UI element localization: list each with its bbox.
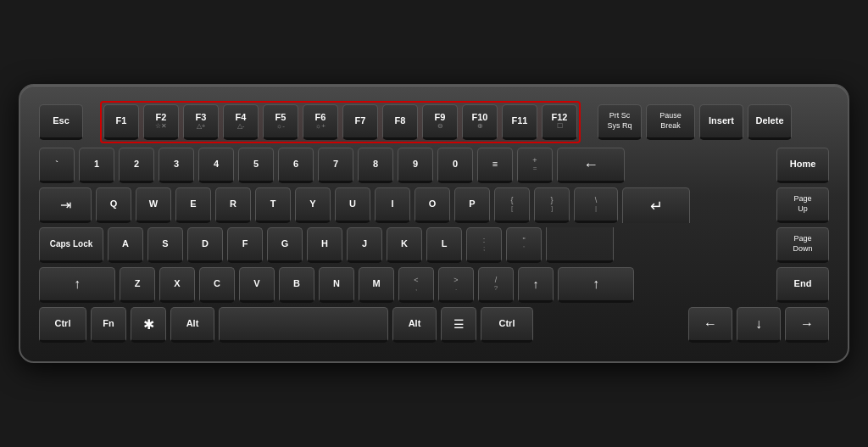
key-right-ctrl[interactable]: Ctrl <box>481 307 533 343</box>
key-prtsc[interactable]: Prt ScSys Rq <box>598 104 642 140</box>
key-z[interactable]: Z <box>120 267 155 303</box>
key-l[interactable]: L <box>426 227 462 263</box>
key-r[interactable]: R <box>215 187 251 223</box>
key-i[interactable]: I <box>375 187 410 223</box>
row-numbers: ` 1 2 3 4 5 6 7 8 9 0 ≡ += ← Home <box>39 148 829 183</box>
key-backspace[interactable]: ← <box>557 148 625 183</box>
key-n[interactable]: N <box>319 267 354 303</box>
key-rshift-small[interactable]: ↑ <box>518 267 554 303</box>
key-f8[interactable]: F8 <box>382 104 418 140</box>
key-j[interactable]: J <box>347 227 382 263</box>
key-t[interactable]: T <box>255 187 291 223</box>
key-f1[interactable]: F1 <box>103 104 139 140</box>
key-fn[interactable]: Fn <box>91 307 126 343</box>
key-f5[interactable]: F5☼- <box>263 104 298 140</box>
key-4[interactable]: 4 <box>198 148 234 183</box>
key-slash[interactable]: /? <box>478 267 514 303</box>
key-f7[interactable]: F7 <box>342 104 378 140</box>
key-8[interactable]: 8 <box>358 148 393 183</box>
key-d[interactable]: D <box>187 227 223 263</box>
key-f10[interactable]: F10⊕ <box>462 104 498 140</box>
fkey-group: F1 F2☆✕ F3△+ F4△- F5☼- F6☼+ F7 F8 F9⊖ F1… <box>100 101 581 143</box>
key-9[interactable]: 9 <box>398 148 433 183</box>
key-v[interactable]: V <box>239 267 275 303</box>
key-delete[interactable]: Delete <box>748 104 792 140</box>
row-bottom: Ctrl Fn ✱ Alt Alt ☰ Ctrl ← ↓ → <box>39 307 829 343</box>
key-5[interactable]: 5 <box>238 148 274 183</box>
key-c[interactable]: C <box>199 267 235 303</box>
key-b[interactable]: B <box>279 267 314 303</box>
keyboard: Esc F1 F2☆✕ F3△+ F4△- F5☼- F6☼+ F7 F8 F9… <box>19 84 849 363</box>
key-home[interactable]: Home <box>776 148 829 183</box>
key-h[interactable]: H <box>307 227 342 263</box>
key-pagedown[interactable]: PageDown <box>776 227 829 263</box>
key-e[interactable]: E <box>175 187 211 223</box>
key-right-arrow[interactable]: → <box>785 307 829 343</box>
key-u[interactable]: U <box>335 187 370 223</box>
key-comma[interactable]: <, <box>398 267 434 303</box>
key-insert[interactable]: Insert <box>699 104 743 140</box>
key-equals[interactable]: += <box>517 148 553 183</box>
key-p[interactable]: P <box>454 187 490 223</box>
key-7[interactable]: 7 <box>318 148 353 183</box>
row-function: Esc F1 F2☆✕ F3△+ F4△- F5☼- F6☼+ F7 F8 F9… <box>39 101 829 143</box>
key-esc[interactable]: Esc <box>39 104 83 140</box>
key-period[interactable]: >. <box>438 267 474 303</box>
key-k[interactable]: K <box>387 227 422 263</box>
key-2[interactable]: 2 <box>119 148 154 183</box>
key-windows[interactable]: ✱ <box>131 307 166 343</box>
key-rows: Esc F1 F2☆✕ F3△+ F4△- F5☼- F6☼+ F7 F8 F9… <box>39 101 829 343</box>
key-left-ctrl[interactable]: Ctrl <box>39 307 86 343</box>
key-o[interactable]: O <box>415 187 450 223</box>
key-left-alt[interactable]: Alt <box>170 307 214 343</box>
key-f2[interactable]: F2☆✕ <box>143 104 179 140</box>
key-bracket-l[interactable]: {[ <box>494 187 530 223</box>
key-pause[interactable]: PauseBreak <box>646 104 695 140</box>
key-y[interactable]: Y <box>295 187 331 223</box>
key-caps-lock[interactable]: Caps Lock <box>39 227 103 263</box>
key-6[interactable]: 6 <box>278 148 314 183</box>
key-space[interactable] <box>219 307 388 343</box>
key-left-arrow[interactable]: ← <box>688 307 732 343</box>
key-f4[interactable]: F4△- <box>223 104 259 140</box>
key-left-shift[interactable]: ↑ <box>39 267 115 303</box>
key-bracket-r[interactable]: }] <box>534 187 570 223</box>
key-a[interactable]: A <box>108 227 143 263</box>
key-x[interactable]: X <box>159 267 195 303</box>
key-enter-bottom[interactable] <box>546 227 614 263</box>
key-1[interactable]: 1 <box>79 148 114 183</box>
key-menu[interactable]: ☰ <box>441 307 476 343</box>
key-s[interactable]: S <box>147 227 183 263</box>
key-f[interactable]: F <box>227 227 263 263</box>
key-semicolon[interactable]: :; <box>466 227 502 263</box>
key-w[interactable]: W <box>136 187 171 223</box>
key-down-arrow[interactable]: ↓ <box>737 307 781 343</box>
key-backtick[interactable]: ` <box>39 148 75 183</box>
key-f12[interactable]: F12☐ <box>542 104 577 140</box>
key-f3[interactable]: F3△+ <box>183 104 219 140</box>
key-f11[interactable]: F11 <box>502 104 537 140</box>
key-q[interactable]: Q <box>96 187 131 223</box>
key-f9[interactable]: F9⊖ <box>422 104 458 140</box>
key-pageup[interactable]: PageUp <box>776 187 829 223</box>
key-quote[interactable]: "' <box>506 227 542 263</box>
key-backslash[interactable]: \| <box>574 187 618 223</box>
key-right-shift[interactable]: ↑ <box>558 267 634 303</box>
key-0[interactable]: 0 <box>437 148 473 183</box>
key-minus[interactable]: ≡ <box>477 148 513 183</box>
row-qwerty: ⇥ Q W E R T Y U I O P {[ }] \| ↵ PageUp <box>39 187 829 223</box>
key-end[interactable]: End <box>776 267 829 303</box>
key-3[interactable]: 3 <box>159 148 194 183</box>
key-f6[interactable]: F6☼+ <box>303 104 338 140</box>
key-enter-top[interactable]: ↵ <box>622 187 690 223</box>
row-asdf: Caps Lock A S D F G H J K L :; "' PageDo… <box>39 227 829 263</box>
key-g[interactable]: G <box>267 227 303 263</box>
key-right-alt[interactable]: Alt <box>392 307 437 343</box>
key-tab[interactable]: ⇥ <box>39 187 92 223</box>
row-zxcv: ↑ Z X C V B N M <, >. /? ↑ ↑ End <box>39 267 829 303</box>
key-m[interactable]: M <box>359 267 394 303</box>
